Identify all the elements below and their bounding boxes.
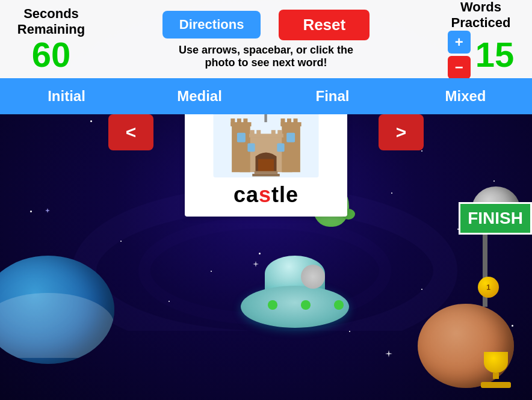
header-top-row: Directions Reset [162, 10, 370, 40]
svg-rect-22 [249, 134, 283, 137]
svg-rect-7 [258, 159, 274, 172]
ufo [229, 244, 361, 352]
final-button[interactable]: Final [266, 78, 399, 114]
ufo-light-2 [301, 300, 311, 310]
initial-button[interactable]: Initial [0, 78, 133, 114]
arrow-right-button[interactable]: > [379, 114, 424, 150]
svg-marker-2 [45, 208, 50, 213]
reset-button[interactable]: Reset [279, 10, 370, 40]
seconds-block: Seconds Remaining 60 [12, 6, 90, 73]
minus-button[interactable]: − [448, 56, 471, 79]
header-center: Directions Reset Use arrows, spacebar, o… [90, 10, 442, 69]
words-block: Words Practiced + − 15 [442, 0, 520, 79]
word-suffix: tle [271, 182, 298, 207]
svg-rect-9 [282, 125, 300, 173]
trophy [481, 352, 511, 388]
svg-rect-30 [252, 174, 280, 176]
svg-rect-8 [232, 125, 250, 173]
raccoon [301, 265, 325, 289]
ufo-light-1 [268, 300, 277, 310]
medal: 1 [478, 277, 499, 298]
svg-marker-0 [385, 350, 392, 357]
header: Seconds Remaining 60 Directions Reset Us… [0, 0, 532, 78]
words-value: 15 [475, 37, 515, 72]
svg-rect-28 [277, 143, 284, 152]
nav-row: Initial Medial Final Mixed [0, 78, 532, 114]
words-controls: + − 15 [448, 31, 515, 79]
svg-rect-17 [281, 122, 302, 126]
medial-button[interactable]: Medial [133, 78, 266, 114]
word-prefix: ca [234, 182, 259, 207]
seconds-label: Seconds Remaining [17, 6, 85, 38]
ufo-body [241, 286, 349, 328]
plus-button[interactable]: + [448, 31, 471, 54]
ufo-light-3 [334, 300, 344, 310]
mixed-button[interactable]: Mixed [399, 78, 532, 114]
words-label: Words Practiced [451, 0, 510, 31]
finish-sign: FINISH [459, 202, 532, 235]
word-display: castle [234, 182, 298, 208]
svg-rect-13 [230, 122, 251, 126]
word-highlight: s [259, 182, 271, 207]
directions-button[interactable]: Directions [162, 11, 261, 38]
svg-rect-27 [247, 143, 255, 152]
seconds-value: 60 [32, 37, 71, 72]
instruction-text: Use arrows, spacebar, or click the photo… [179, 44, 353, 69]
svg-rect-29 [255, 171, 278, 174]
arrow-left-button[interactable]: < [108, 114, 153, 150]
